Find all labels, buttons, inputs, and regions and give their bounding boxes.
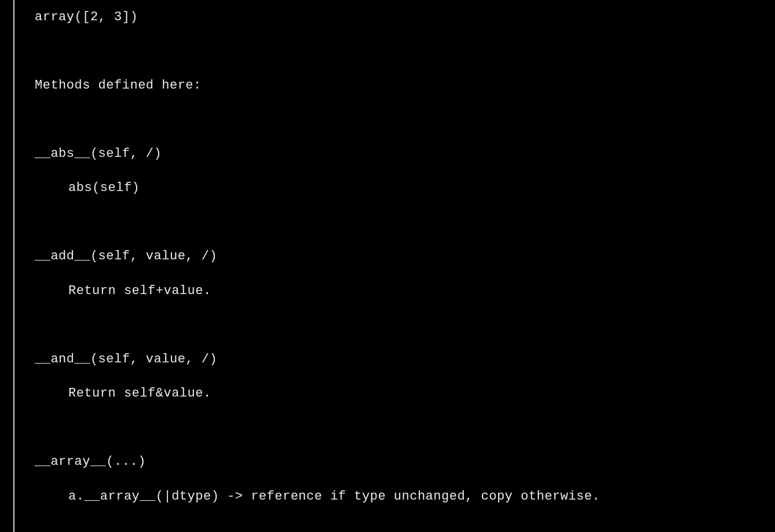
help-text-line: a.__array__(|dtype) -> reference if type… xyxy=(35,488,775,505)
help-text-line: __abs__(self, /) xyxy=(35,145,775,163)
terminal-left-border xyxy=(0,0,14,532)
help-text-line xyxy=(35,214,775,231)
help-text-line xyxy=(35,419,775,436)
help-text-line xyxy=(35,111,775,128)
help-text-line: abs(self) xyxy=(35,179,775,197)
help-text-line: Return self&value. xyxy=(35,385,775,402)
help-text-line: __and__(self, value, /) xyxy=(35,351,775,368)
help-text-line: Methods defined here: xyxy=(35,77,775,94)
help-text-line: array([2, 3]) xyxy=(35,9,775,26)
help-text-line: Return self+value. xyxy=(35,282,775,300)
terminal-content[interactable]: array([2, 3]) Methods defined here: __ab… xyxy=(14,0,775,532)
help-text-line xyxy=(35,317,775,333)
help-text-line: __array__(...) xyxy=(35,453,775,471)
terminal-container: array([2, 3]) Methods defined here: __ab… xyxy=(0,0,775,532)
help-text-line: __add__(self, value, /) xyxy=(35,248,775,265)
help-text-line xyxy=(35,43,775,60)
help-text-line xyxy=(35,522,775,532)
